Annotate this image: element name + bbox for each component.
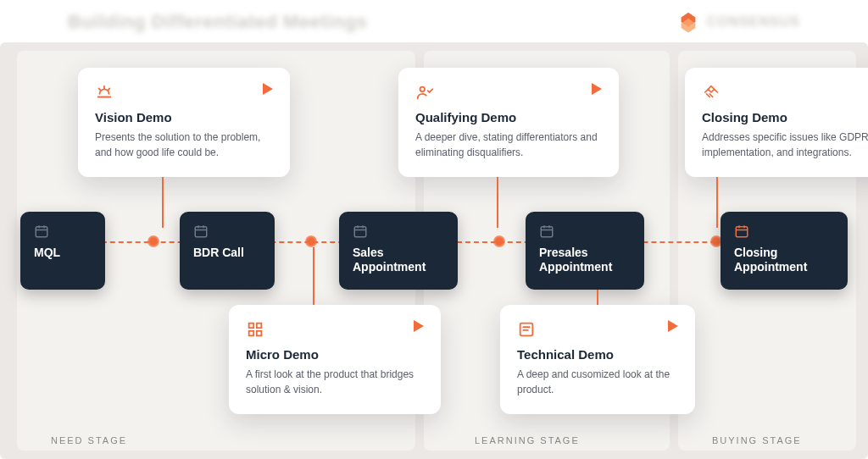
demo-title: Micro Demo [246, 347, 424, 362]
svg-rect-7 [257, 324, 262, 329]
demo-title: Technical Demo [517, 347, 678, 362]
demo-micro: Micro Demo A first look at the product t… [229, 305, 441, 414]
svg-rect-8 [249, 331, 254, 336]
connector-line [162, 177, 164, 228]
handshake-icon [702, 83, 721, 102]
play-icon[interactable] [668, 320, 678, 332]
phase-label-need: NEED STAGE [51, 435, 127, 445]
calendar-icon [734, 224, 749, 239]
document-icon [517, 320, 536, 339]
demo-desc: A deep and cusomized look at the product… [517, 367, 678, 397]
stage-sales: Sales Appointment [339, 212, 458, 290]
stage-mql: MQL [20, 212, 105, 290]
calendar-icon [353, 224, 368, 239]
brand: CONSENSUS [676, 10, 800, 34]
svg-rect-9 [257, 331, 262, 336]
stage-label: Sales Appointment [353, 246, 444, 274]
stage-presales: Presales Appointment [526, 212, 644, 290]
calendar-icon [193, 224, 209, 239]
stage-label: Presales Appointment [539, 246, 631, 274]
svg-rect-2 [354, 227, 366, 237]
demo-desc: Addresses specific issues like GDPR, imp… [702, 130, 868, 160]
demo-qualifying: Qualifying Demo A deeper dive, stating d… [398, 68, 619, 177]
stage-label: MQL [34, 246, 92, 260]
connector-line [597, 290, 598, 305]
header: Building Differentiated Meetings CONSENS… [68, 10, 800, 34]
phase-label-buying: BUYING STAGE [712, 435, 802, 445]
svg-rect-4 [736, 227, 748, 237]
svg-rect-1 [195, 227, 207, 237]
stage-bdr: BDR Call [180, 212, 275, 290]
calendar-icon [539, 224, 554, 239]
sunrise-icon [95, 83, 114, 102]
user-check-icon [415, 83, 434, 102]
grid-icon [246, 320, 264, 339]
demo-desc: A deeper dive, stating differentiators a… [415, 130, 602, 160]
svg-rect-0 [36, 227, 47, 237]
brand-logo-icon [676, 10, 700, 34]
timeline-knot [305, 235, 317, 247]
svg-point-5 [420, 87, 426, 92]
phase-label-learning: LEARNING STAGE [475, 435, 580, 445]
stage-label: BDR Call [193, 246, 261, 260]
demo-title: Qualifying Demo [415, 110, 602, 124]
brand-text: CONSENSUS [707, 14, 800, 30]
play-icon[interactable] [592, 83, 602, 95]
svg-rect-6 [249, 324, 254, 329]
svg-rect-3 [541, 227, 553, 237]
demo-vision: Vision Demo Presents the solution to the… [78, 68, 290, 177]
stage-closing: Closing Appointment [721, 212, 848, 290]
play-icon[interactable] [414, 320, 424, 332]
connector-line [313, 247, 314, 305]
stage-label: Closing Appointment [734, 246, 834, 274]
demo-title: Vision Demo [95, 110, 273, 124]
timeline-knot [493, 235, 505, 247]
demo-title: Closing Demo [702, 110, 868, 124]
page-title: Building Differentiated Meetings [68, 11, 367, 33]
demo-desc: A first look at the product that bridges… [246, 367, 424, 397]
play-icon[interactable] [263, 83, 273, 95]
demo-technical: Technical Demo A deep and cusomized look… [500, 305, 695, 414]
connector-line [716, 177, 718, 228]
demo-closing: Closing Demo Addresses specific issues l… [685, 68, 868, 177]
demo-desc: Presents the solution to the problem, an… [95, 130, 273, 160]
timeline-knot [147, 235, 159, 247]
connector-line [497, 177, 498, 228]
calendar-icon [34, 224, 49, 239]
